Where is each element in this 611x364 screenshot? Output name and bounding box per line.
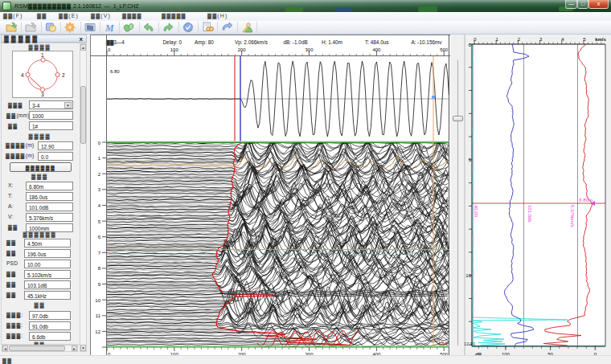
svg-text:10: 10 xyxy=(95,298,100,303)
svg-text:Delay: 0: Delay: 0 xyxy=(163,39,182,46)
svg-text:4: 4 xyxy=(21,72,24,78)
svg-text:2: 2 xyxy=(98,172,101,177)
svg-text:H: 1.40m: H: 1.40m xyxy=(322,39,342,45)
svg-text:▓▓3—4: ▓▓3—4 xyxy=(106,39,125,46)
svg-text:200: 200 xyxy=(238,47,247,52)
svg-text:5.376km/s: 5.376km/s xyxy=(570,205,575,227)
svg-text:8: 8 xyxy=(98,266,101,271)
svg-text:Amp: 80: Amp: 80 xyxy=(195,39,214,46)
svg-text:5: 5 xyxy=(98,219,101,224)
svg-text:101.0db: 101.0db xyxy=(527,205,532,223)
svg-text:9: 9 xyxy=(98,282,101,287)
svg-text:T: 484.0us: T: 484.0us xyxy=(365,39,389,45)
svg-text:12.9: 12.9 xyxy=(438,341,448,346)
svg-text:dB: -1.0dB: dB: -1.0dB xyxy=(284,39,308,45)
svg-text:km/s: km/s xyxy=(595,37,606,42)
svg-text:12: 12 xyxy=(95,329,100,334)
svg-text:4: 4 xyxy=(98,203,101,208)
svg-text:6.80: 6.80 xyxy=(110,69,120,74)
svg-text:0: 0 xyxy=(98,141,101,145)
svg-text:400: 400 xyxy=(372,47,381,52)
svg-text:6: 6 xyxy=(98,235,101,239)
svg-text:Vp: 2.066km/s: Vp: 2.066km/s xyxy=(235,39,268,46)
svg-text:300: 300 xyxy=(305,47,314,52)
svg-text:0: 0 xyxy=(108,47,111,52)
svg-text:A: -10.156mv: A: -10.156mv xyxy=(412,39,443,45)
svg-text:11: 11 xyxy=(96,313,101,318)
svg-text:500: 500 xyxy=(440,47,449,52)
svg-text:6.80m: 6.80m xyxy=(579,198,593,202)
svg-text:2: 2 xyxy=(62,72,65,78)
svg-text:1: 1 xyxy=(41,52,44,58)
svg-text:1: 1 xyxy=(98,156,101,161)
svg-text:40.00: 40.00 xyxy=(474,205,478,218)
svg-text:100: 100 xyxy=(170,47,179,52)
svg-text:3: 3 xyxy=(98,187,101,192)
svg-text:7: 7 xyxy=(98,251,101,256)
svg-text:3: 3 xyxy=(41,92,44,97)
svg-text:10: 10 xyxy=(465,273,471,278)
